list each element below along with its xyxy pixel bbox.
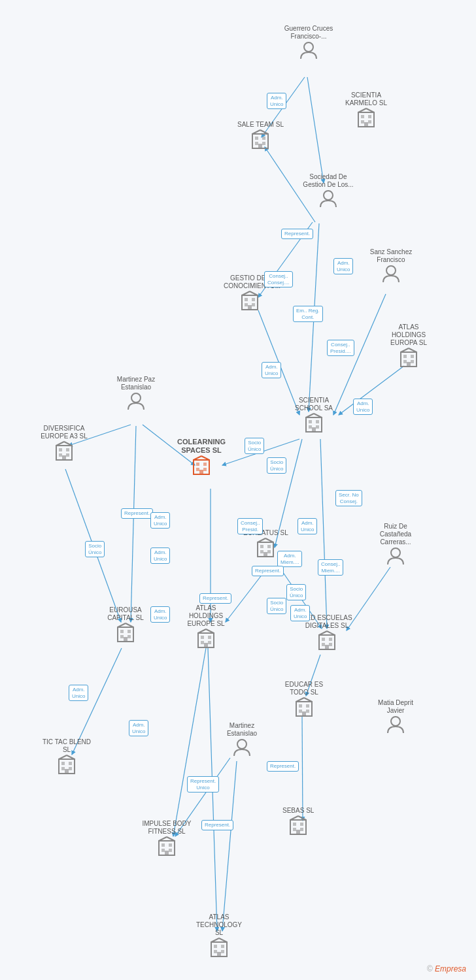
svg-line-19 bbox=[173, 648, 206, 836]
svg-rect-28 bbox=[255, 137, 258, 140]
svg-line-22 bbox=[222, 761, 237, 931]
person-icon-martinez-paz bbox=[126, 391, 146, 416]
svg-rect-139 bbox=[169, 843, 172, 847]
badge-adm-unico-6: Adm.Unico bbox=[150, 547, 170, 564]
badge-represent-4: Represent. bbox=[252, 566, 284, 576]
badge-represent-unico: Represent.Unico bbox=[187, 776, 219, 792]
building-icon-red-escuelas bbox=[316, 630, 337, 654]
svg-rect-62 bbox=[309, 420, 312, 423]
svg-rect-106 bbox=[201, 641, 204, 644]
svg-rect-36 bbox=[361, 115, 364, 118]
badge-adm-unico-10: Adm.Unico bbox=[290, 605, 310, 621]
node-diversifica: DIVERSIFICA EUROPE A3 SL bbox=[38, 425, 90, 465]
badge-represent-2: Represent. bbox=[121, 508, 153, 519]
node-sale-team: SALE TEAM SL bbox=[237, 121, 284, 153]
badge-adm-unico-8: Adm.Unico bbox=[150, 606, 170, 623]
graph-container: Guerrero Cruces Francisco-... SALE TEAM … bbox=[0, 0, 476, 980]
svg-rect-157 bbox=[221, 950, 224, 953]
svg-rect-146 bbox=[293, 823, 296, 826]
node-sociedad: Sociedad De Gestion De Los... bbox=[302, 173, 354, 213]
badge-adm-miem: Adm.Miem.... bbox=[277, 551, 302, 567]
svg-rect-115 bbox=[329, 643, 332, 646]
svg-rect-107 bbox=[208, 641, 211, 644]
building-icon-atlas-holdings-europe bbox=[196, 628, 216, 652]
node-ruiz: Ruiz De Castañeda Carreras... bbox=[369, 523, 422, 570]
badge-consej-presid-1: Consej..Presid.... bbox=[327, 340, 354, 356]
building-icon-eurousa bbox=[115, 622, 136, 646]
badge-adm-unico-7: Adm.Unico bbox=[298, 518, 317, 534]
svg-rect-124 bbox=[65, 769, 69, 774]
badge-socio-unico-3: SocioÚnico bbox=[85, 541, 105, 557]
svg-rect-57 bbox=[411, 360, 414, 363]
svg-rect-46 bbox=[252, 298, 255, 301]
node-matia: Matia Deprit Javier bbox=[369, 699, 422, 739]
building-icon-diversifica bbox=[54, 440, 75, 465]
node-educar: EDUCAR ES TODO SL bbox=[278, 681, 330, 721]
svg-point-136 bbox=[237, 740, 246, 749]
svg-rect-31 bbox=[262, 142, 265, 145]
svg-rect-149 bbox=[300, 828, 303, 831]
svg-rect-128 bbox=[299, 704, 302, 708]
svg-rect-30 bbox=[255, 142, 258, 145]
svg-rect-91 bbox=[264, 552, 267, 557]
svg-rect-98 bbox=[120, 635, 124, 638]
svg-rect-40 bbox=[364, 122, 368, 127]
node-sanz: Sanz Sanchez Francisco bbox=[365, 248, 417, 288]
building-icon-scientia-school bbox=[303, 412, 324, 436]
svg-point-26 bbox=[304, 42, 313, 52]
svg-rect-39 bbox=[368, 120, 371, 123]
person-icon-matia bbox=[385, 715, 406, 739]
svg-rect-54 bbox=[403, 355, 407, 358]
svg-rect-112 bbox=[322, 638, 325, 641]
badge-adm-unico-5: Adm.Unico bbox=[150, 512, 170, 529]
badge-represent-6: Represent. bbox=[201, 820, 233, 830]
svg-point-69 bbox=[131, 393, 141, 402]
svg-rect-79 bbox=[196, 463, 199, 466]
badge-socio-unico-5: SocioÚnico bbox=[267, 598, 286, 614]
node-sebas: SEBAS SL bbox=[282, 807, 314, 839]
badge-represent-1: Represent. bbox=[281, 229, 313, 239]
node-scientia-karmelo: SCIENTIA KARMELO SL bbox=[340, 91, 392, 131]
svg-point-43 bbox=[324, 191, 333, 200]
person-icon-sociedad bbox=[318, 189, 339, 213]
svg-rect-37 bbox=[368, 115, 371, 118]
svg-rect-87 bbox=[260, 545, 264, 548]
node-colearning[interactable]: COLEARNING SPACES SL bbox=[175, 438, 228, 479]
badge-represent-3: Represent. bbox=[199, 593, 231, 604]
svg-rect-48 bbox=[252, 303, 255, 306]
svg-rect-96 bbox=[120, 630, 124, 633]
svg-line-17 bbox=[347, 567, 390, 630]
svg-rect-116 bbox=[325, 645, 329, 649]
svg-rect-58 bbox=[407, 362, 411, 367]
building-icon-atlas-holdings-europa bbox=[398, 347, 419, 371]
badge-adm-unico-1: Adm.Unico bbox=[267, 93, 286, 109]
svg-rect-80 bbox=[203, 463, 207, 466]
svg-line-10 bbox=[320, 439, 327, 629]
svg-rect-138 bbox=[162, 843, 165, 847]
badge-adm-unico-4: Adm.Unico bbox=[353, 399, 373, 415]
svg-line-1 bbox=[307, 77, 324, 183]
svg-rect-97 bbox=[128, 630, 131, 633]
badge-secr-consej: Secr. NoConsej. bbox=[335, 490, 362, 506]
building-icon-gestio bbox=[239, 290, 260, 314]
node-atlas-holdings-europa: ATLAS HOLDINGS EUROPA SL bbox=[382, 323, 435, 371]
svg-rect-29 bbox=[262, 137, 265, 140]
svg-line-13 bbox=[131, 426, 136, 622]
svg-rect-73 bbox=[59, 453, 62, 457]
person-icon-sanz bbox=[381, 264, 401, 288]
svg-rect-49 bbox=[248, 305, 252, 310]
svg-rect-129 bbox=[306, 704, 309, 708]
person-icon-ruiz bbox=[385, 546, 406, 570]
svg-rect-114 bbox=[322, 643, 325, 646]
svg-rect-130 bbox=[299, 710, 302, 713]
watermark: © Empresa bbox=[427, 964, 466, 973]
svg-rect-121 bbox=[69, 762, 72, 765]
node-impulse: IMPULSE BODY FITNESS SL bbox=[141, 820, 193, 860]
svg-point-94 bbox=[391, 548, 400, 557]
svg-line-20 bbox=[302, 715, 303, 821]
svg-rect-123 bbox=[69, 767, 72, 770]
svg-rect-71 bbox=[59, 448, 62, 451]
badge-em-reg: Em.. Reg.Cont. bbox=[293, 306, 323, 322]
badge-consej-presid-2: Consej..Presid. bbox=[237, 518, 263, 534]
building-icon-tic-tac bbox=[56, 754, 77, 778]
